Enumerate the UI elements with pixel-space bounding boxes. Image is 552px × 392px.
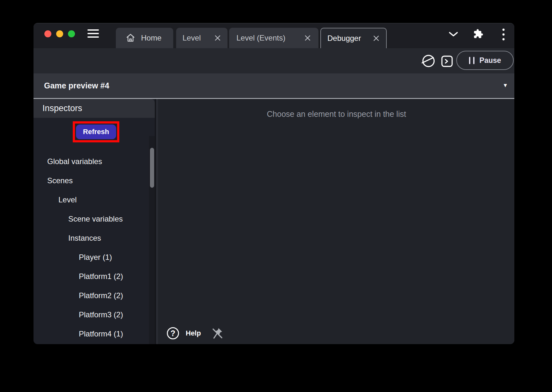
scrollbar-thumb[interactable] bbox=[150, 148, 154, 188]
inspector-tree-item[interactable]: Player (1) bbox=[34, 248, 149, 267]
title-bar: Home Level Level (Events) Debugger bbox=[34, 23, 514, 48]
pause-button-label: Pause bbox=[480, 56, 501, 65]
home-icon bbox=[125, 33, 136, 43]
game-preview-header[interactable]: Game preview #4 ▼ bbox=[34, 73, 514, 98]
console-icon[interactable] bbox=[441, 55, 453, 68]
game-preview-title: Game preview #4 bbox=[44, 81, 109, 90]
close-tab-icon[interactable] bbox=[214, 34, 221, 41]
extensions-puzzle-icon[interactable] bbox=[473, 29, 483, 39]
inspector-tree-item[interactable]: Platform3 (2) bbox=[34, 305, 149, 324]
tab-label: Debugger bbox=[327, 34, 361, 43]
inspector-detail-area: Choose an element to inspect in the list… bbox=[159, 99, 514, 344]
pin-off-icon[interactable] bbox=[211, 327, 224, 340]
chevron-down-icon[interactable] bbox=[449, 32, 458, 37]
help-button[interactable]: Help bbox=[186, 329, 201, 337]
more-options-icon[interactable] bbox=[502, 28, 505, 41]
inspector-tree: Global variablesScenesLevelScene variabl… bbox=[34, 152, 149, 343]
profiler-icon[interactable] bbox=[421, 54, 436, 68]
help-row: ? Help bbox=[167, 327, 224, 340]
inspector-tree-item[interactable]: Scene variables bbox=[34, 209, 149, 229]
inspector-tree-item[interactable]: Global variables bbox=[34, 152, 149, 171]
inspector-tree-item[interactable]: Level bbox=[34, 190, 149, 209]
close-tab-icon[interactable] bbox=[373, 35, 380, 42]
menu-icon[interactable] bbox=[87, 29, 99, 38]
tab-level-events[interactable]: Level (Events) bbox=[229, 28, 318, 48]
inspector-tree-item[interactable]: Platform4 (1) bbox=[34, 324, 149, 343]
tab-label: Level (Events) bbox=[236, 34, 285, 42]
inspector-tree-item[interactable]: Platform2 (2) bbox=[34, 286, 149, 305]
tab-label: Level bbox=[183, 34, 201, 42]
inspector-tree-item[interactable]: Scenes bbox=[34, 171, 149, 190]
annotation-highlight-box: Refresh bbox=[73, 121, 119, 142]
app-window: Home Level Level (Events) Debugger bbox=[34, 23, 514, 344]
minimize-window-button[interactable] bbox=[56, 30, 63, 37]
tab-label: Home bbox=[141, 34, 161, 42]
tab-level[interactable]: Level bbox=[176, 28, 228, 48]
pause-icon bbox=[469, 57, 474, 64]
refresh-button[interactable]: Refresh bbox=[76, 124, 116, 139]
dropdown-caret-icon[interactable]: ▼ bbox=[503, 82, 508, 89]
empty-state-message: Choose an element to inspect in the list bbox=[159, 109, 514, 119]
pause-button[interactable]: Pause bbox=[456, 51, 514, 70]
panel-divider bbox=[155, 99, 159, 344]
zoom-window-button[interactable] bbox=[68, 30, 75, 37]
close-tab-icon[interactable] bbox=[304, 34, 311, 41]
help-icon[interactable]: ? bbox=[167, 327, 179, 339]
debugger-toolbar: Pause bbox=[34, 48, 514, 73]
inspectors-panel-title: Inspectors bbox=[42, 103, 82, 113]
tab-home[interactable]: Home bbox=[116, 28, 173, 48]
inspector-tree-item[interactable]: Instances bbox=[34, 229, 149, 248]
content-area: Inspectors Refresh Global variablesScene… bbox=[34, 99, 514, 344]
scrollbar-track bbox=[149, 136, 155, 344]
inspectors-panel: Inspectors Refresh Global variablesScene… bbox=[34, 99, 155, 344]
inspector-tree-item[interactable]: Platform1 (2) bbox=[34, 267, 149, 286]
inspectors-panel-header: Inspectors bbox=[34, 99, 155, 118]
tab-debugger[interactable]: Debugger bbox=[320, 28, 387, 48]
close-window-button[interactable] bbox=[44, 30, 51, 37]
